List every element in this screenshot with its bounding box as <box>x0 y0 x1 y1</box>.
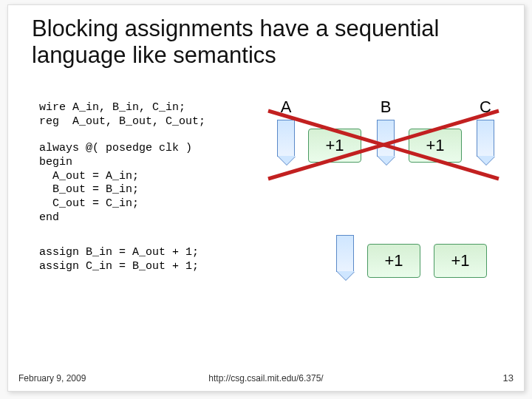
label-a: A <box>277 98 295 117</box>
plus-box-top-2: +1 <box>409 129 462 163</box>
register-a-top <box>277 120 295 157</box>
code-declarations: wire A_in, B_in, C_in; reg A_out, B_out,… <box>39 101 205 129</box>
label-b: B <box>377 98 395 117</box>
label-c: C <box>477 98 494 117</box>
diagram: A B C +1 +1 +1 +1 <box>270 98 506 290</box>
slide-title: Blocking assignments have a sequential l… <box>32 16 505 68</box>
footer-url: http://csg.csail.mit.edu/6.375/ <box>208 373 323 383</box>
code-assigns: assign B_in = A_out + 1; assign C_in = B… <box>39 246 199 274</box>
register-b-top <box>377 120 395 157</box>
code-always-block: always @( posedge clk ) begin A_out = A_… <box>39 142 192 225</box>
slide: Blocking assignments have a sequential l… <box>7 4 525 392</box>
page-number: 13 <box>503 372 514 383</box>
footer-date: February 9, 2009 <box>18 373 86 383</box>
register-bottom-left <box>336 235 354 272</box>
plus-box-bottom-2: +1 <box>434 244 487 278</box>
plus-box-bottom-1: +1 <box>367 244 420 278</box>
register-c-top <box>477 120 494 157</box>
plus-box-top-1: +1 <box>308 129 361 163</box>
